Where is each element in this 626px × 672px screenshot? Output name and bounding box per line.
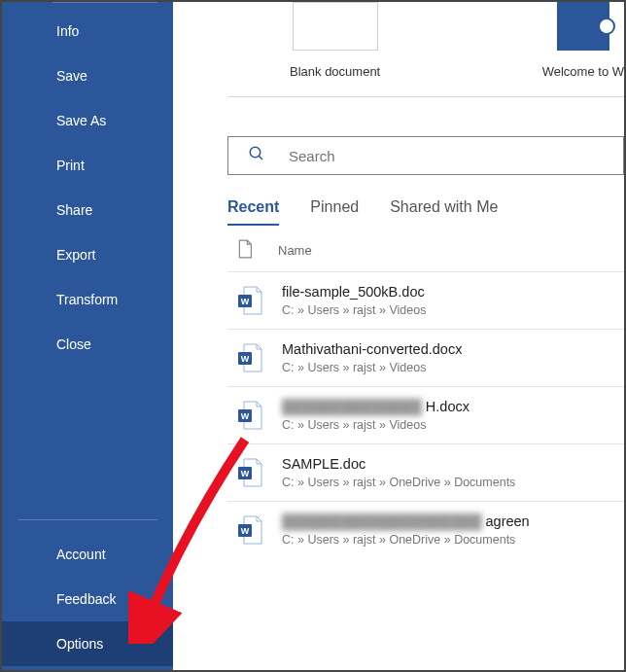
list-header: Name xyxy=(237,239,624,262)
file-path: C: » Users » rajst » Videos xyxy=(282,361,462,374)
sidebar-bottom-list: Account Feedback Options xyxy=(2,532,173,670)
blank-thumb xyxy=(293,2,378,51)
word-document-icon: W xyxy=(237,286,262,315)
sidebar-item-feedback[interactable]: Feedback xyxy=(2,577,173,621)
backstage-sidebar: Info Save Save As Print Share Export Tra… xyxy=(2,2,173,670)
word-document-icon: W xyxy=(237,401,262,430)
file-name: ████████████████████ agreen xyxy=(282,513,530,529)
svg-point-0 xyxy=(250,147,261,158)
template-welcome-label: Welcome to W xyxy=(542,64,624,79)
file-name: SAMPLE.doc xyxy=(282,456,515,472)
word-document-icon: W xyxy=(237,515,262,545)
file-path: C: » Users » rajst » OneDrive » Document… xyxy=(282,476,515,489)
template-blank-label: Blank document xyxy=(290,64,380,79)
file-text: ██████████████ H.docxC: » Users » rajst … xyxy=(282,399,470,432)
file-path: C: » Users » rajst » OneDrive » Document… xyxy=(282,533,530,547)
word-document-icon: W xyxy=(237,343,262,372)
file-name: file-sample_500kB.doc xyxy=(282,284,426,300)
main-panel: Blank document Welcome to W Recent Pinne… xyxy=(173,2,624,670)
sidebar-top-rule xyxy=(52,2,157,3)
file-text: Mathivathani-converted.docxC: » Users » … xyxy=(282,341,462,374)
file-row[interactable]: W██████████████ H.docxC: » Users » rajst… xyxy=(227,386,624,443)
svg-text:W: W xyxy=(241,354,250,364)
tab-recent[interactable]: Recent xyxy=(227,198,279,226)
file-row[interactable]: WMathivathani-converted.docxC: » Users »… xyxy=(227,329,624,386)
file-text: ████████████████████ agreenC: » Users » … xyxy=(282,513,530,547)
file-name: Mathivathani-converted.docx xyxy=(282,341,462,357)
file-tabs: Recent Pinned Shared with Me xyxy=(227,198,624,226)
template-row: Blank document Welcome to W xyxy=(173,2,624,96)
template-blank[interactable]: Blank document xyxy=(290,2,380,79)
template-welcome[interactable]: Welcome to W xyxy=(542,2,624,79)
divider xyxy=(227,96,624,97)
file-list: Wfile-sample_500kB.docC: » Users » rajst… xyxy=(227,271,624,558)
sidebar-item-account[interactable]: Account xyxy=(2,532,173,577)
welcome-thumb xyxy=(557,2,609,51)
list-header-name[interactable]: Name xyxy=(278,243,312,258)
search-input[interactable] xyxy=(289,148,623,164)
sidebar-item-save-as[interactable]: Save As xyxy=(2,98,173,143)
svg-text:W: W xyxy=(241,411,250,421)
sidebar-item-transform[interactable]: Transform xyxy=(2,277,173,322)
search-icon xyxy=(248,145,265,166)
file-path: C: » Users » rajst » Videos xyxy=(282,418,470,432)
sidebar-item-export[interactable]: Export xyxy=(2,232,173,277)
file-row[interactable]: WSAMPLE.docC: » Users » rajst » OneDrive… xyxy=(227,443,624,501)
sidebar-item-options[interactable]: Options xyxy=(2,621,173,666)
tab-pinned[interactable]: Pinned xyxy=(310,198,359,226)
search-wrap xyxy=(227,136,624,175)
sidebar-item-close[interactable]: Close xyxy=(2,322,173,367)
document-icon xyxy=(237,239,253,262)
sidebar-item-print[interactable]: Print xyxy=(2,143,173,188)
search-box[interactable] xyxy=(227,136,624,175)
svg-text:W: W xyxy=(241,526,250,536)
file-path: C: » Users » rajst » Videos xyxy=(282,303,426,317)
svg-text:W: W xyxy=(241,469,250,478)
tab-shared[interactable]: Shared with Me xyxy=(390,198,498,226)
sidebar-item-share[interactable]: Share xyxy=(2,188,173,232)
sidebar-item-info[interactable]: Info xyxy=(2,9,173,53)
svg-text:W: W xyxy=(241,297,250,306)
sidebar-divider xyxy=(17,519,157,520)
file-text: SAMPLE.docC: » Users » rajst » OneDrive … xyxy=(282,456,515,489)
sidebar-item-save[interactable]: Save xyxy=(2,53,173,98)
svg-line-1 xyxy=(259,156,262,159)
file-row[interactable]: Wfile-sample_500kB.docC: » Users » rajst… xyxy=(227,271,624,329)
file-text: file-sample_500kB.docC: » Users » rajst … xyxy=(282,284,426,317)
file-row[interactable]: W████████████████████ agreenC: » Users »… xyxy=(227,501,624,558)
file-name: ██████████████ H.docx xyxy=(282,399,470,414)
sidebar-top-list: Info Save Save As Print Share Export Tra… xyxy=(2,9,173,508)
word-document-icon: W xyxy=(237,458,262,487)
